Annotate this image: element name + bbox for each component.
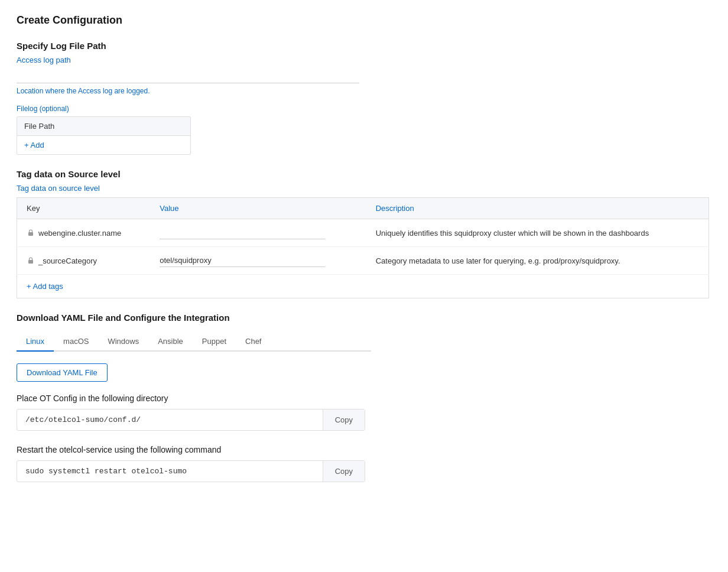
page-title: Create Configuration (17, 14, 711, 27)
place-path-text: /etc/otelcol-sumo/conf.d/ (17, 410, 323, 430)
col-description: Description (366, 198, 709, 219)
tag-desc-2: Category metadata to use later for query… (366, 247, 709, 275)
filelog-label: Filelog (optional) (17, 105, 711, 113)
tag-data-section: Tag data on Source level Tag data on sou… (17, 169, 711, 298)
specify-log-section: Specify Log File Path Access log path Lo… (17, 41, 711, 155)
copy-restart-button[interactable]: Copy (323, 461, 365, 482)
restart-cmd-text: sudo systemctl restart otelcol-sumo (17, 461, 323, 482)
table-row: webengine.cluster.name Uniquely identifi… (17, 219, 709, 247)
add-tags-row: + Add tags (17, 275, 709, 298)
tag-value-input-2[interactable] (160, 254, 325, 267)
tag-key-2: _sourceCategory (17, 247, 151, 275)
add-tags-cell: + Add tags (17, 275, 709, 298)
tab-puppet[interactable]: Puppet (193, 332, 236, 352)
tag-data-title: Tag data on Source level (17, 169, 711, 179)
table-row: _sourceCategory Category metadata to use… (17, 247, 709, 275)
download-yaml-button[interactable]: Download YAML File (17, 363, 108, 382)
tag-desc-1: Uniquely identifies this squidproxy clus… (366, 219, 709, 247)
tab-ansible[interactable]: Ansible (148, 332, 193, 352)
tab-macos[interactable]: macOS (54, 332, 98, 352)
svg-rect-0 (28, 232, 33, 236)
restart-cmd-box: sudo systemctl restart otelcol-sumo Copy (17, 460, 365, 482)
tab-windows[interactable]: Windows (98, 332, 148, 352)
col-key: Key (17, 198, 151, 219)
lock-icon-1 (27, 229, 35, 237)
tag-table: Key Value Description webengine.cluste (17, 197, 709, 298)
restart-label: Restart the otelcol-service using the fo… (17, 445, 711, 454)
tag-data-sublabel[interactable]: Tag data on source level (17, 184, 711, 193)
place-path-box: /etc/otelcol-sumo/conf.d/ Copy (17, 409, 365, 431)
file-path-table: File Path + Add (17, 116, 191, 155)
tab-chef[interactable]: Chef (236, 332, 271, 352)
file-path-add-button[interactable]: + Add (17, 136, 190, 154)
tag-value-input-1[interactable] (160, 226, 325, 239)
tag-value-1[interactable] (150, 219, 366, 247)
download-title: Download YAML File and Configure the Int… (17, 313, 711, 323)
os-tabs: Linux macOS Windows Ansible Puppet Chef (17, 332, 371, 352)
tag-key-1: webengine.cluster.name (17, 219, 151, 247)
tag-value-2[interactable] (150, 247, 366, 275)
lock-icon-2 (27, 256, 35, 265)
add-tags-button[interactable]: + Add tags (27, 282, 63, 291)
file-path-header: File Path (17, 117, 190, 136)
copy-path-button[interactable]: Copy (323, 410, 365, 430)
tab-linux[interactable]: Linux (17, 332, 54, 352)
access-log-helper: Location where the Access log are logged… (17, 87, 711, 95)
access-log-input[interactable] (17, 69, 359, 83)
specify-log-title: Specify Log File Path (17, 41, 711, 51)
access-log-link[interactable]: Access log path (17, 56, 711, 64)
place-ot-config-label: Place OT Config in the following directo… (17, 394, 711, 403)
svg-rect-1 (28, 260, 33, 264)
download-section: Download YAML File and Configure the Int… (17, 313, 711, 482)
col-value: Value (150, 198, 366, 219)
